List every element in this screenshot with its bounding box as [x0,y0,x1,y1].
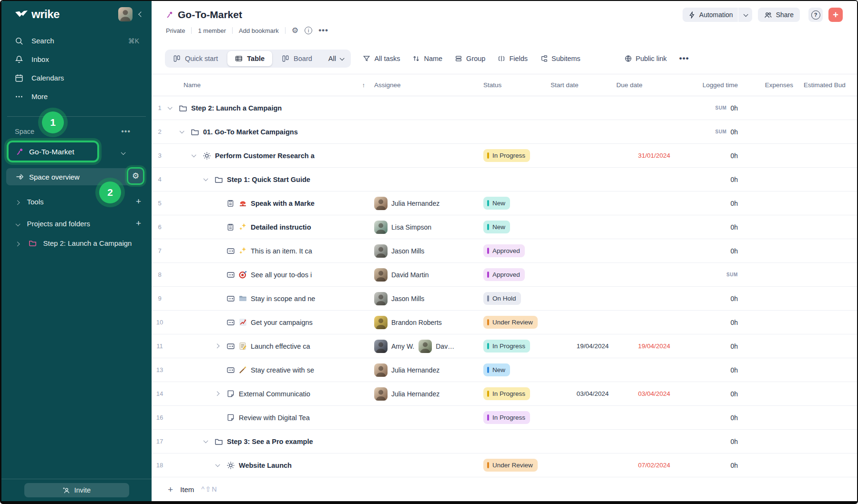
sidebar-item-step2-campaign[interactable]: Step 2: Launch a Campaign [1,234,152,252]
task-name[interactable]: 01. Go-To Market Campaigns [203,128,298,136]
column-header-estimated-budget[interactable]: Estimated Bud [799,81,857,89]
cell-status[interactable]: On Hold [480,292,546,305]
cell-name[interactable]: Stay in scope and ne [168,287,372,310]
cell-status[interactable]: Approved [480,268,546,281]
task-name[interactable]: Speak with a Marke [251,200,315,207]
sidebar-item-space-overview[interactable]: Space overview [6,168,143,185]
cell-name[interactable]: Detailed instructio [168,215,372,239]
task-name[interactable]: Step 1: Quick Start Guide [227,176,310,183]
status-badge[interactable]: Under Review [483,459,538,472]
expand-chevron-icon[interactable] [215,392,226,395]
status-badge[interactable]: Under Review [483,316,538,329]
group-button[interactable]: Group [455,55,485,62]
add-button[interactable]: + [828,8,843,22]
cell-logged-time[interactable]: 0h [673,247,742,255]
status-badge[interactable]: In Progress [483,149,530,162]
cell-due-date[interactable]: 31/01/2024 [612,152,673,159]
cell-assignee[interactable]: Julia Hernandez [372,358,480,382]
status-badge[interactable]: In Progress [483,387,530,400]
tab-quick-start[interactable]: Quick start [165,50,226,68]
gear-icon[interactable]: ⚙ [132,172,139,180]
add-project-icon[interactable]: + [136,218,141,229]
column-header-status[interactable]: Status [480,81,546,89]
cell-status[interactable]: New [480,363,546,376]
cell-name[interactable]: Website Launch [168,454,372,477]
sort-button[interactable]: Name [412,55,442,62]
cell-name[interactable]: 01. Go-To Market Campaigns [168,120,372,143]
cell-name[interactable]: This is an item. It ca [168,239,372,262]
cell-due-date[interactable]: 03/04/2024 [612,390,673,397]
sidebar-item-projects-and-folders[interactable]: Projects and folders + [1,214,152,233]
sidebar-item-search[interactable]: Search ⌘K [1,31,152,50]
cell-logged-time[interactable]: 0h [673,438,742,445]
cell-logged-time[interactable]: 0h [673,176,742,183]
task-name[interactable]: Review with Digital Tea [239,414,310,422]
table-row[interactable]: 18Website LaunchUnder Review07/02/20240h [152,454,857,477]
add-bookmark-button[interactable]: Add bookmark [239,27,279,34]
table-row[interactable]: 1Step 2: Launch a CampaignSUM0h [152,96,857,120]
table-row[interactable]: 8See all your to-dos iDavid MartinApprov… [152,263,857,287]
fields-button[interactable]: Fields [498,55,528,62]
cell-logged-time[interactable]: 0h [673,366,742,374]
add-tool-icon[interactable]: + [136,196,141,207]
cell-assignee[interactable]: David Martin [372,263,480,286]
cell-name[interactable]: Step 2: Launch a Campaign [168,96,372,120]
cell-name[interactable]: Step 3: See a Pro example [168,430,372,453]
sidebar-item-inbox[interactable]: Inbox [1,50,152,69]
cell-name[interactable]: External Communicatio [168,382,372,405]
cell-logged-time[interactable]: 0h [673,152,742,160]
task-name[interactable]: Step 2: Launch a Campaign [191,104,282,112]
settings-gear-icon[interactable]: ⚙ [292,27,298,34]
expand-chevron-icon[interactable] [215,464,226,467]
column-header-due-date[interactable]: Due date [612,81,673,89]
table-row[interactable]: 4Step 1: Quick Start Guide0h [152,168,857,192]
chevron-down-icon[interactable] [16,220,19,228]
cell-name[interactable]: Stay creative with se [168,358,372,382]
invite-button[interactable]: Invite [24,483,129,497]
column-header-start-date[interactable]: Start date [546,81,612,89]
column-header-assignee[interactable]: Assignee [372,81,480,89]
cell-name[interactable]: See all your to-dos i [168,263,372,286]
cell-logged-time[interactable]: SUM [673,272,742,277]
tab-board[interactable]: Board [274,50,320,68]
cell-assignee[interactable] [372,430,480,453]
cell-assignee[interactable] [372,406,480,429]
cell-logged-time[interactable]: 0h [673,295,742,302]
task-name[interactable]: This is an item. It ca [251,247,312,255]
cell-logged-time[interactable]: 0h [673,319,742,326]
column-header-expenses[interactable]: Expenses [742,81,799,89]
status-badge[interactable]: In Progress [483,340,530,353]
help-button[interactable]: ? [808,8,823,22]
cell-start-date[interactable]: 03/04/2024 [546,390,612,397]
cell-name[interactable]: Launch effective ca [168,334,372,358]
task-name[interactable]: Detailed instructio [251,223,311,231]
cell-status[interactable]: In Progress [480,340,546,353]
table-row[interactable]: 6Detailed instructioLisa SimpsonNew0h [152,215,857,239]
sidebar-item-go-to-market[interactable]: Go-To-Market [1,141,152,162]
add-item-icon[interactable]: + [168,485,173,494]
cell-status[interactable]: Under Review [480,316,546,329]
cell-due-date[interactable]: 07/02/2024 [612,462,673,469]
table-row[interactable]: 7This is an item. It caJason MillsApprov… [152,239,857,263]
cell-logged-time[interactable]: 0h [673,462,742,469]
cell-name[interactable]: Perform Customer Research a [168,144,372,167]
column-header-logged-time[interactable]: Logged time [673,81,742,89]
wrike-logo-icon[interactable] [15,9,28,20]
collapse-sidebar-icon[interactable] [139,12,143,16]
task-name[interactable]: External Communicatio [239,390,310,398]
toolbar-more-icon[interactable]: ••• [679,54,689,63]
members-label[interactable]: 1 member [198,27,226,34]
cell-assignee[interactable] [372,120,480,143]
expand-chevron-icon[interactable] [180,130,191,133]
cell-due-date[interactable]: 19/04/2024 [612,343,673,350]
info-icon[interactable]: i [305,27,312,34]
cell-status[interactable]: New [480,221,546,233]
cell-start-date[interactable]: 19/04/2024 [546,343,612,350]
task-name[interactable]: Stay creative with se [251,366,314,374]
cell-name[interactable]: Step 1: Quick Start Guide [168,168,372,191]
cell-logged-time[interactable]: 0h [673,390,742,398]
status-badge[interactable]: New [483,197,510,210]
cell-assignee[interactable]: Jason Mills [372,239,480,262]
sort-ascending-icon[interactable]: ↑ [362,81,366,89]
cell-assignee[interactable]: Julia Hernandez [372,382,480,405]
